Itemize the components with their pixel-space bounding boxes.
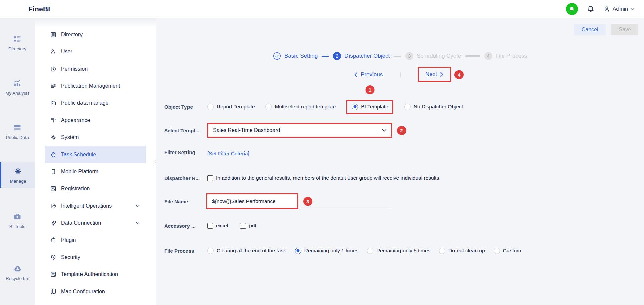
radio-label: Multiselect report template [275, 104, 336, 110]
radio-custom[interactable]: Custom [494, 248, 521, 254]
sidebar-item-label: User [61, 49, 72, 55]
analysis-chart-icon [13, 79, 22, 88]
set-filter-criteria-link[interactable]: [Set Filter Criteria] [207, 150, 249, 157]
sidebar-item-registration[interactable]: Registration [45, 180, 146, 197]
radio-icon [265, 104, 272, 110]
object-type-label: Object Type [164, 104, 204, 110]
paint-roller-icon [50, 117, 56, 123]
sidebar-item-label: Plugin [61, 237, 76, 243]
checkbox-pdf[interactable]: pdf [240, 223, 256, 229]
wizard-stepper: Basic Setting 2 Dispatcher Object 3 Sche… [156, 52, 644, 60]
step-basic-setting[interactable]: Basic Setting [273, 52, 318, 60]
sidebar-item-permission[interactable]: Permission [45, 60, 146, 77]
step-scheduling-cycle[interactable]: 3 Scheduling Cycle [405, 52, 461, 60]
step-number: 2 [333, 52, 341, 60]
sidebar-item-system[interactable]: System [45, 129, 146, 146]
sidebar-item-appearance[interactable]: Appearance [45, 112, 146, 129]
checkbox-label: excel [216, 223, 228, 229]
annotation-box-bi-template: 1 BI Template [346, 100, 393, 114]
sidebar-item-user[interactable]: User [45, 43, 146, 60]
sidebar-item-template-authentication[interactable]: Template Authentication [45, 266, 146, 283]
rail-item-bi-tools[interactable]: BI Tools [0, 212, 35, 229]
chevron-down-icon [382, 129, 387, 132]
filter-setting-label: Filter Setting [164, 149, 204, 155]
user-icon [50, 49, 56, 55]
nav-divider: | [400, 71, 401, 78]
sidebar-item-public-data-manage[interactable]: Public data manage [45, 94, 146, 112]
template-dropdown[interactable]: Sales Real-Time Dashboard [208, 124, 391, 137]
rail-label: Public Data [6, 135, 29, 140]
rail-item-directory[interactable]: Directory [0, 35, 35, 51]
template-dropdown-value: Sales Real-Time Dashboard [213, 127, 280, 133]
step-connector [394, 56, 401, 57]
sidebar-item-security[interactable]: Security [45, 249, 146, 266]
radio-icon [439, 248, 445, 254]
sidebar-item-intelligent-operations[interactable]: Intelligent Operations [45, 197, 146, 214]
rail-item-recycle-bin[interactable]: Recycle bin [0, 264, 35, 281]
rail-label: Manage [10, 179, 26, 184]
file-name-label: File Name [164, 199, 204, 204]
sidebar-item-mobile-platform[interactable]: Mobile Platform [45, 163, 146, 180]
radio-bi-template[interactable]: BI Template [352, 104, 388, 110]
rail-item-public-data[interactable]: Public Data [0, 123, 35, 140]
sidebar-item-plugin[interactable]: Plugin [45, 231, 146, 249]
manage-gear-icon [14, 167, 22, 176]
plugin-puzzle-icon [50, 237, 56, 243]
previous-button[interactable]: Previous [354, 71, 383, 78]
sidebar-item-label: Intelligent Operations [61, 203, 112, 209]
radio-icon [207, 248, 214, 254]
sidebar-item-label: Task Schedule [61, 151, 96, 158]
file-name-input[interactable] [207, 194, 297, 208]
annotation-box-file-name [206, 193, 298, 209]
radio-no-dispatcher-object[interactable]: No Dispatcher Object [404, 104, 463, 110]
dispatcher-result-checkbox[interactable]: In addition to the general results, memb… [207, 175, 439, 181]
file-name-field-wrap: 3 [207, 193, 391, 209]
radio-icon [367, 248, 373, 254]
admin-menu[interactable]: Admin [603, 6, 635, 13]
sidebar-item-directory[interactable]: Directory [45, 26, 146, 43]
mobile-phone-icon [50, 169, 56, 175]
step-file-process[interactable]: 4 File Process [484, 52, 527, 60]
checkbox-icon [207, 223, 213, 229]
accessory-row: Accessory ... excel pdf [164, 222, 256, 230]
rail-item-manage[interactable]: Manage [0, 162, 35, 188]
intelligent-operations-icon [50, 203, 56, 209]
radio-do-not-clean-up[interactable]: Do not clean up [439, 248, 485, 254]
file-process-row: File Process Clearing at the end of the … [164, 247, 521, 255]
radio-multiselect-report-template[interactable]: Multiselect report template [265, 104, 336, 110]
next-button[interactable]: Next [425, 71, 444, 78]
save-button[interactable]: Save [611, 24, 638, 35]
radio-icon [404, 104, 411, 110]
sidebar-item-task-schedule[interactable]: Task Schedule [45, 146, 146, 163]
sidebar-item-map-configuration[interactable]: Map Configuration [45, 283, 146, 300]
radio-report-template[interactable]: Report Template [207, 104, 255, 110]
public-data-icon [13, 123, 22, 132]
radio-label: Do not clean up [448, 248, 485, 254]
notifications-button[interactable] [587, 5, 595, 13]
sidebar-item-label: Registration [61, 186, 90, 192]
bi-tools-icon [13, 212, 22, 221]
sidebar-item-label: Permission [61, 66, 88, 72]
top-bar: FineBI Admin [0, 0, 644, 18]
step-dispatcher-object[interactable]: 2 Dispatcher Object [333, 52, 390, 60]
chevron-down-icon [136, 221, 140, 224]
permission-key-icon [50, 66, 56, 72]
task-schedule-editor: Cancel Save Basic Setting 2 Dispatcher O… [156, 18, 644, 305]
admin-label: Admin [613, 6, 628, 12]
radio-remaining-1-times[interactable]: Remaining only 1 times [295, 248, 358, 254]
sidebar-item-data-connection[interactable]: Data Connection [45, 214, 146, 231]
step-done-check-icon [273, 52, 281, 60]
radio-clearing-at-end[interactable]: Clearing at the end of the task [207, 248, 286, 254]
chevron-down-icon [136, 204, 140, 207]
sidebar-item-publication-management[interactable]: Publication Management [45, 77, 146, 94]
radio-icon [207, 104, 214, 110]
radio-icon [494, 248, 500, 254]
checkbox-excel[interactable]: excel [207, 223, 228, 229]
cancel-button[interactable]: Cancel [574, 24, 606, 35]
rail-item-my-analysis[interactable]: My Analysis [0, 79, 35, 96]
radio-remaining-5-times[interactable]: Remaining only 5 times [367, 248, 430, 254]
sidebar-item-label: System [61, 134, 79, 140]
filter-setting-row: Filter Setting [Set Filter Criteria] [164, 146, 249, 158]
radio-selected-icon [295, 248, 301, 254]
system-status-bell-button[interactable] [566, 3, 578, 15]
